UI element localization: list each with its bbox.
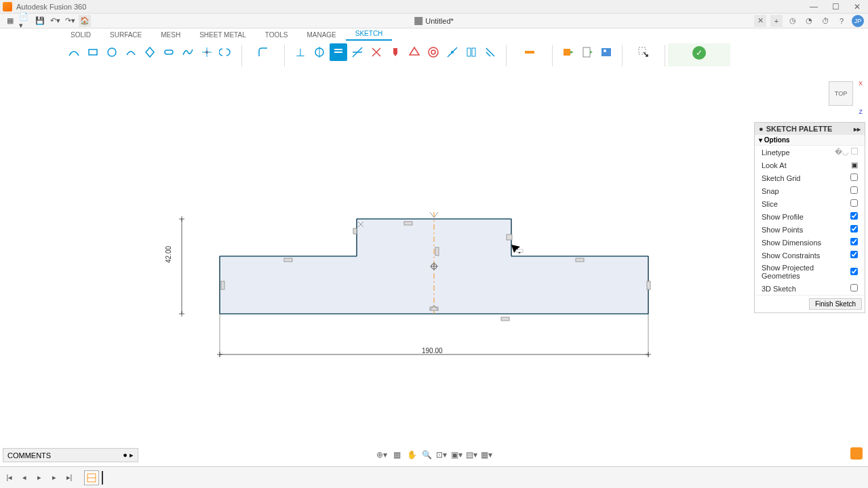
jobs-button[interactable]: ⏱ [819,15,831,27]
palette-checkbox[interactable] [850,238,858,245]
save-button[interactable]: 💾 [34,15,46,27]
arc-tool[interactable] [122,43,140,61]
line-tool[interactable] [65,43,83,61]
redo-button[interactable]: ↷▾ [64,15,76,27]
palette-row-show-points[interactable]: Show Points [755,223,865,236]
comments-bar[interactable]: COMMENTS ● ▸ [3,448,138,462]
canvas[interactable]: TOP X Z [0,66,868,462]
help-button[interactable]: ? [835,15,848,27]
palette-checkbox[interactable] [850,251,858,258]
palette-header[interactable]: ● SKETCH PALETTE ▸▸ [755,123,865,135]
tab-manage[interactable]: MANAGE [297,29,345,41]
zoom-window-button[interactable]: ⊡▾ [435,449,448,461]
palette-row-show-constraints[interactable]: Show Constraints [755,249,865,262]
file-menu-button[interactable]: 📄▾ [19,15,31,27]
pan-button[interactable]: ✋ [406,449,418,461]
insert-derive-tool[interactable] [559,43,577,61]
palette-checkbox[interactable] [850,284,858,291]
display-button[interactable]: ▤▾ [465,449,477,461]
polygon-tool[interactable] [141,43,159,61]
palette-checkbox[interactable] [850,225,858,232]
tab-surface[interactable]: SURFACE [100,29,151,41]
comments-collapse-icon[interactable]: ● ▸ [123,451,134,460]
coincident-constraint[interactable] [330,43,347,61]
zoom-button[interactable]: 🔍 [420,449,433,461]
palette-checkbox[interactable] [850,199,858,207]
insert-image-tool[interactable] [597,43,615,61]
look-at-button[interactable]: ▦ [391,449,403,461]
palette-row-linetype[interactable]: Linetype�◡ [755,146,865,159]
palette-row-label: Show Dimensions [762,239,821,247]
grid-button[interactable]: ▦▾ [480,449,492,461]
insert-dxf-tool[interactable] [578,43,596,61]
slot-tool[interactable] [160,43,178,61]
finish-sketch-button[interactable]: Finish Sketch [809,298,862,310]
palette-row-3d-sketch[interactable]: 3D Sketch [755,282,865,295]
rectangle-tool[interactable] [84,43,102,61]
measure-tool[interactable] [521,43,538,61]
parallel-constraint[interactable] [387,43,404,61]
user-avatar[interactable]: JP [852,15,864,27]
undo-button[interactable]: ↶▾ [49,15,61,27]
palette-row-snap[interactable]: Snap [755,184,865,197]
palette-pin-icon[interactable]: ▸▸ [854,125,861,133]
timeline-end-button[interactable]: ▸| [64,472,75,483]
circle-tool[interactable] [103,43,121,61]
palette-options-section[interactable]: ▾ Options [755,135,865,146]
tab-mesh[interactable]: MESH [151,29,190,41]
concentric-constraint[interactable] [462,43,480,61]
minimize-button[interactable]: — [806,2,822,12]
close-button[interactable]: ✕ [849,2,865,12]
extensions-button[interactable]: ◷ [787,15,799,27]
timeline-start-button[interactable]: |◂ [4,472,15,483]
spline-tool[interactable] [179,43,197,61]
feedback-button[interactable] [850,447,863,460]
text-tool[interactable] [217,43,235,61]
orbit-button[interactable]: ⊕▾ [376,449,388,461]
tab-tools[interactable]: TOOLS [256,29,298,41]
tab-sheetmetal[interactable]: SHEET METAL [190,29,256,41]
palette-row-show-projected-geometries[interactable]: Show Projected Geometries [755,262,865,282]
palette-checkbox[interactable] [850,174,858,181]
new-tab-button[interactable]: + [770,15,783,27]
fillet-tool[interactable] [254,43,272,61]
timeline-play-button[interactable]: ▸ [34,472,45,483]
palette-checkbox[interactable] [850,186,858,194]
palette-row-sketch-grid[interactable]: Sketch Grid [755,171,865,184]
look-at-icon[interactable]: ▣ [851,161,858,169]
point-tool[interactable] [198,43,216,61]
width-dimension[interactable]: 190.00 [422,347,443,354]
sketch-geometry[interactable] [179,212,667,443]
palette-row-show-dimensions[interactable]: Show Dimensions [755,236,865,249]
palette-row-show-profile[interactable]: Show Profile [755,210,865,223]
palette-checkbox[interactable] [850,268,858,275]
equal-constraint[interactable] [368,43,385,61]
palette-checkbox[interactable] [850,212,858,220]
perpendicular-constraint[interactable] [406,43,423,61]
palette-row-look-at[interactable]: Look At▣ [755,159,865,171]
select-tool[interactable] [635,43,652,61]
midpoint-constraint[interactable] [443,43,461,61]
palette-row-slice[interactable]: Slice [755,197,865,210]
tab-solid[interactable]: SOLID [61,29,100,41]
grid-menu-icon[interactable]: ▦ [4,15,16,27]
vertical-constraint[interactable] [311,43,328,61]
home-button[interactable]: 🏠 [79,15,91,27]
close-tab-button[interactable]: ✕ [754,15,766,27]
tangent-constraint[interactable] [349,43,366,61]
horizontal-constraint[interactable]: ⊥ [292,43,309,61]
timeline-next-button[interactable]: ▸ [49,472,60,483]
viewcube[interactable]: TOP X Z [825,77,857,110]
timeline-prev-button[interactable]: ◂ [19,472,30,483]
maximize-button[interactable]: ☐ [827,2,844,12]
height-dimension[interactable]: 42.00 [165,246,172,263]
fix-constraint[interactable] [425,43,442,61]
timeline-sketch-node[interactable] [84,470,99,485]
linetype-icons[interactable]: �◡ [835,148,858,157]
collinear-constraint[interactable] [481,43,499,61]
viewcube-face[interactable]: TOP [829,81,853,106]
fit-button[interactable]: ▣▾ [450,449,462,461]
notifications-button[interactable]: ◔ [803,15,815,27]
timeline-marker[interactable] [102,471,103,485]
tab-sketch[interactable]: SKETCH [346,28,393,41]
